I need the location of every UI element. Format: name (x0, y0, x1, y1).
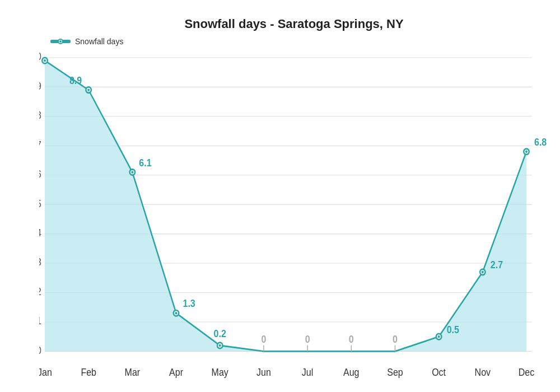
svg-text:1.3: 1.3 (183, 298, 195, 310)
svg-text:0: 0 (39, 345, 41, 356)
svg-text:Apr: Apr (169, 367, 183, 378)
svg-text:Jan: Jan (39, 367, 52, 378)
svg-text:Jun: Jun (256, 367, 271, 378)
svg-point-56 (438, 335, 440, 338)
svg-text:0: 0 (393, 334, 398, 345)
svg-text:2: 2 (39, 286, 41, 297)
svg-point-28 (44, 59, 46, 62)
svg-text:3: 3 (39, 257, 41, 268)
svg-point-44 (219, 344, 221, 347)
svg-text:Feb: Feb (81, 367, 96, 378)
svg-text:0: 0 (349, 334, 354, 345)
chart-title: Snowfall days - Saratoga Springs, NY (39, 17, 549, 31)
svg-text:7: 7 (39, 139, 41, 151)
svg-text:0.5: 0.5 (447, 324, 459, 335)
svg-text:0: 0 (261, 334, 266, 345)
svg-text:2.7: 2.7 (491, 260, 503, 271)
svg-text:6.8: 6.8 (534, 137, 547, 148)
chart-svg: 0123456789109.98.96.11.30.200000.52.76.8… (39, 52, 549, 382)
svg-text:Jul: Jul (302, 367, 313, 378)
svg-text:May: May (212, 367, 229, 378)
svg-text:Oct: Oct (432, 367, 446, 378)
svg-text:6: 6 (39, 169, 41, 180)
svg-point-64 (525, 151, 528, 153)
svg-point-40 (175, 312, 178, 314)
svg-point-60 (482, 271, 484, 273)
svg-text:10: 10 (39, 52, 41, 62)
svg-point-3 (59, 40, 62, 43)
svg-text:Nov: Nov (475, 367, 491, 378)
legend: Snowfall days (50, 37, 549, 46)
svg-text:5: 5 (39, 198, 41, 209)
svg-text:Mar: Mar (125, 367, 141, 378)
svg-text:0.2: 0.2 (214, 328, 226, 339)
legend-icon (50, 38, 71, 45)
svg-text:Sep: Sep (387, 367, 403, 378)
svg-text:Dec: Dec (519, 367, 534, 378)
svg-text:8: 8 (39, 110, 41, 122)
svg-text:4: 4 (39, 227, 41, 239)
legend-label: Snowfall days (75, 37, 123, 46)
chart-container: Snowfall days - Saratoga Springs, NY Sno… (0, 0, 560, 392)
svg-point-32 (87, 88, 90, 91)
svg-text:0: 0 (305, 334, 310, 345)
svg-text:Aug: Aug (343, 367, 359, 378)
svg-text:9: 9 (39, 81, 41, 92)
svg-text:1: 1 (39, 316, 41, 327)
svg-text:6.1: 6.1 (139, 157, 151, 169)
svg-text:8.9: 8.9 (69, 75, 82, 86)
svg-point-36 (131, 171, 133, 173)
